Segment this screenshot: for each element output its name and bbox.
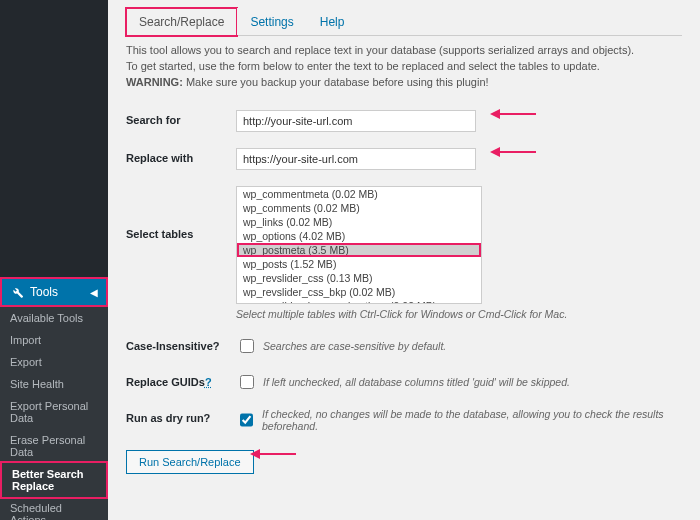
dry-run-label: Run as dry run? bbox=[126, 400, 236, 440]
wrench-icon bbox=[10, 285, 24, 299]
search-for-label: Search for bbox=[126, 102, 236, 140]
replace-guids-label: Replace GUIDs? bbox=[126, 364, 236, 400]
table-option[interactable]: wp_links (0.02 MB) bbox=[237, 215, 481, 229]
sidebar-item-site-health[interactable]: Site Health bbox=[0, 373, 108, 395]
sidebar-item-export[interactable]: Export bbox=[0, 351, 108, 373]
case-insensitive-checkbox[interactable] bbox=[240, 339, 254, 353]
case-insensitive-label: Case-Insensitive? bbox=[126, 328, 236, 364]
sidebar-submenu: Available Tools Import Export Site Healt… bbox=[0, 307, 108, 520]
tab-search-replace[interactable]: Search/Replace bbox=[126, 8, 237, 36]
table-option-selected[interactable]: wp_postmeta (3.5 MB) bbox=[237, 243, 481, 257]
callout-arrow-icon bbox=[488, 142, 538, 162]
sidebar-item-available-tools[interactable]: Available Tools bbox=[0, 307, 108, 329]
table-option[interactable]: wp_revslider_css (0.13 MB) bbox=[237, 271, 481, 285]
replace-guids-help-link[interactable]: ? bbox=[205, 376, 212, 388]
sidebar-item-import[interactable]: Import bbox=[0, 329, 108, 351]
intro-line-2: To get started, use the form below to en… bbox=[126, 60, 682, 72]
dry-run-description: If checked, no changes will be made to t… bbox=[262, 408, 682, 432]
sidebar-parent-label: Tools bbox=[30, 285, 58, 299]
sidebar-parent-tools[interactable]: Tools ◀ bbox=[0, 277, 108, 307]
tab-settings[interactable]: Settings bbox=[237, 8, 306, 35]
replace-guids-checkbox[interactable] bbox=[240, 375, 254, 389]
table-option[interactable]: wp_options (4.02 MB) bbox=[237, 229, 481, 243]
tab-help[interactable]: Help bbox=[307, 8, 358, 35]
sidebar-item-better-search-replace[interactable]: Better Search Replace bbox=[0, 461, 108, 499]
case-insensitive-description: Searches are case-sensitive by default. bbox=[263, 340, 446, 352]
settings-form: Search for Replace with Sele bbox=[126, 102, 682, 440]
intro-warning-label: WARNING: bbox=[126, 76, 183, 88]
replace-guids-description: If left unchecked, all database columns … bbox=[263, 376, 570, 388]
run-search-replace-button[interactable]: Run Search/Replace bbox=[126, 450, 254, 474]
table-option[interactable]: wp_posts (1.52 MB) bbox=[237, 257, 481, 271]
callout-arrow-icon bbox=[488, 104, 538, 124]
tab-bar: Search/Replace Settings Help bbox=[126, 0, 682, 36]
main-panel: Search/Replace Settings Help This tool a… bbox=[108, 0, 700, 520]
caret-left-icon: ◀ bbox=[90, 287, 98, 298]
intro-warning: WARNING: Make sure you backup your datab… bbox=[126, 76, 682, 88]
dry-run-checkbox[interactable] bbox=[240, 413, 253, 427]
sidebar-item-erase-personal-data[interactable]: Erase Personal Data bbox=[0, 429, 108, 463]
table-option[interactable]: wp_revslider_layer_animations (0.02 MB) bbox=[237, 299, 481, 304]
sidebar-item-scheduled-actions[interactable]: Scheduled Actions bbox=[0, 497, 108, 520]
select-tables-listbox[interactable]: wp_commentmeta (0.02 MB) wp_comments (0.… bbox=[236, 186, 482, 304]
table-option[interactable]: wp_revslider_css_bkp (0.02 MB) bbox=[237, 285, 481, 299]
select-tables-description: Select multiple tables with Ctrl-Click f… bbox=[236, 308, 682, 320]
table-option[interactable]: wp_comments (0.02 MB) bbox=[237, 201, 481, 215]
intro-warning-text: Make sure you backup your database befor… bbox=[186, 76, 489, 88]
intro-line-1: This tool allows you to search and repla… bbox=[126, 44, 682, 56]
table-option[interactable]: wp_commentmeta (0.02 MB) bbox=[237, 187, 481, 201]
svg-marker-1 bbox=[490, 147, 500, 157]
svg-marker-0 bbox=[490, 109, 500, 119]
sidebar-item-export-personal-data[interactable]: Export Personal Data bbox=[0, 395, 108, 429]
select-tables-label: Select tables bbox=[126, 178, 236, 328]
search-for-input[interactable] bbox=[236, 110, 476, 132]
replace-with-input[interactable] bbox=[236, 148, 476, 170]
intro-text: This tool allows you to search and repla… bbox=[126, 44, 682, 88]
admin-sidebar: Tools ◀ Available Tools Import Export Si… bbox=[0, 0, 108, 520]
replace-with-label: Replace with bbox=[126, 140, 236, 178]
callout-arrow-icon bbox=[248, 444, 298, 464]
